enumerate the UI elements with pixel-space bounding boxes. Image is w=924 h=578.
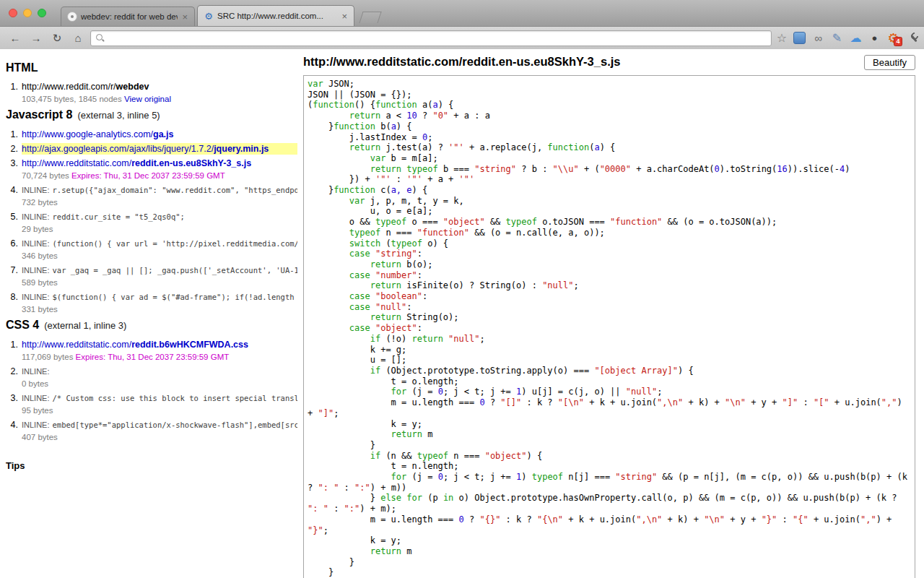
html-meta-line: 103,475 bytes, 1845 nodes View original — [22, 93, 297, 105]
item-number: 3. — [6, 158, 18, 181]
resource-meta: 732 bytes — [22, 198, 58, 207]
css-resource-link[interactable]: http://www.redditstatic.com/reddit.b6wHK… — [22, 339, 297, 350]
resource-meta: 589 bytes — [22, 278, 58, 287]
minimize-window-button[interactable] — [23, 9, 32, 17]
css-section-heading: CSS 4(external 1, inline 3) — [6, 318, 297, 333]
item-number: 6. — [6, 238, 18, 262]
item-number: 7. — [6, 264, 18, 288]
extension-badge: 4 — [894, 37, 902, 46]
tab-webdev[interactable]: webdev: reddit for web devel... × — [61, 7, 195, 26]
wrench-menu-icon[interactable] — [905, 32, 918, 45]
tips-heading[interactable]: Tips — [6, 460, 297, 471]
css-inline-item: 2. INLINE: 0 bytes — [6, 366, 297, 389]
item-number: 4. — [6, 419, 18, 443]
item-number: 1. — [6, 81, 18, 105]
tab-title: SRC http://www.reddit.com... — [217, 12, 337, 20]
js-inline-item: 8. INLINE:$(function() { var ad = $("#ad… — [6, 291, 297, 315]
search-icon — [95, 33, 105, 43]
expires-text: Expires: Thu, 31 Dec 2037 23:59:59 GMT — [71, 171, 225, 180]
zoom-window-button[interactable] — [38, 9, 46, 17]
source-code-panel[interactable]: var JSON; JSON || (JSON = {}); (function… — [303, 75, 915, 578]
js-resource-item: 1. http://www.google-analytics.com/ga.js — [6, 129, 297, 140]
close-window-button[interactable] — [9, 9, 17, 17]
home-button[interactable]: ⌂ — [69, 30, 87, 46]
css-inline-item: 3. INLINE:/* Custom css: use this block … — [6, 392, 297, 416]
address-input[interactable] — [108, 32, 768, 45]
js-resource-link[interactable]: http://ajax.googleapis.com/ajax/libs/jqu… — [22, 143, 297, 155]
new-tab-button[interactable] — [359, 12, 381, 23]
resource-sidebar: HTML 1. http://www.reddit.com/r/webdev 1… — [0, 49, 297, 578]
browser-toolbar: ← → ↻ ⌂ ☆ ∞ ✎ ☁ ● ⚙ 4 — [0, 27, 924, 49]
source-viewer-favicon: ⚙ — [204, 11, 214, 21]
html-section-heading: HTML — [6, 61, 297, 75]
js-resource-link[interactable]: http://www.google-analytics.com/ga.js — [22, 129, 297, 140]
html-document-url[interactable]: http://www.reddit.com/r/webdev — [22, 81, 297, 92]
css-resource-item: 1. http://www.redditstatic.com/reddit.b6… — [6, 339, 297, 363]
reddit-favicon — [67, 12, 77, 22]
inline-script-link[interactable]: INLINE:$(function() { var ad = $("#ad-fr… — [22, 291, 297, 303]
item-number: 5. — [6, 211, 18, 235]
source-url-title: http://www.redditstatic.com/reddit.en-us… — [303, 55, 620, 69]
inline-script-link[interactable]: INLINE:reddit.cur_site = "t5_2qs0q"; — [22, 211, 297, 223]
item-number: 8. — [6, 291, 18, 315]
page-content: HTML 1. http://www.reddit.com/r/webdev 1… — [0, 49, 924, 578]
beautify-button[interactable]: Beautify — [864, 55, 915, 70]
js-inline-item: 5. INLINE:reddit.cur_site = "t5_2qs0q"; … — [6, 211, 297, 235]
inline-style-link[interactable]: INLINE:/* Custom css: use this block to … — [22, 392, 297, 404]
resource-meta: 346 bytes — [22, 251, 58, 260]
item-number: 1. — [6, 129, 18, 140]
item-number: 3. — [6, 392, 18, 416]
resource-meta-line: 117,069 bytes Expires: Thu, 31 Dec 2037 … — [22, 351, 297, 363]
resource-meta: 95 bytes — [22, 406, 53, 415]
item-number: 4. — [6, 184, 18, 208]
expires-text: Expires: Thu, 31 Dec 2037 23:59:59 GMT — [76, 353, 230, 361]
reload-button[interactable]: ↻ — [48, 30, 66, 46]
resource-meta: 29 bytes — [22, 225, 53, 233]
js-inline-item: 6. INLINE:(function() { var url = 'http:… — [6, 238, 297, 262]
back-button[interactable]: ← — [6, 30, 24, 46]
resource-meta: 331 bytes — [22, 305, 58, 314]
item-number: 2. — [6, 366, 18, 389]
source-code: var JSON; JSON || (JSON = {}); (function… — [308, 79, 911, 578]
tab-source-viewer[interactable]: ⚙ SRC http://www.reddit.com... × — [197, 5, 354, 26]
resource-meta: 117,069 bytes — [22, 353, 73, 361]
resource-meta: 103,475 bytes, 1845 nodes — [22, 95, 122, 103]
address-bar[interactable] — [90, 30, 772, 46]
resource-meta: 0 bytes — [22, 379, 48, 388]
js-resource-item: 3. http://www.redditstatic.com/reddit.en… — [6, 158, 297, 181]
source-header: http://www.redditstatic.com/reddit.en-us… — [303, 55, 915, 70]
js-resource-link[interactable]: http://www.redditstatic.com/reddit.en-us… — [22, 158, 297, 169]
item-number: 1. — [6, 339, 18, 363]
blue-page-extension-icon[interactable] — [793, 32, 806, 44]
tab-strip: webdev: reddit for web devel... × ⚙ SRC … — [0, 0, 924, 27]
css-inline-item: 4. INLINE:embed[type*="application/x-sho… — [6, 419, 297, 443]
cloud-extension-icon[interactable]: ☁ — [848, 30, 863, 46]
js-inline-item: 4. INLINE:r.setup({"ajax_domain": "www.r… — [6, 184, 297, 208]
inline-script-link[interactable]: INLINE:(function() { var url = 'http://p… — [22, 238, 297, 249]
item-number: 2. — [6, 143, 18, 155]
source-viewer-extension-icon[interactable]: ⚙ 4 — [886, 30, 901, 46]
goggles-extension-icon[interactable]: ∞ — [811, 30, 826, 46]
sphere-extension-icon[interactable]: ● — [867, 30, 882, 46]
close-tab-icon[interactable]: × — [181, 12, 188, 22]
inline-script-link[interactable]: INLINE:r.setup({"ajax_domain": "www.redd… — [22, 184, 297, 196]
bookmark-star-icon[interactable]: ☆ — [775, 31, 788, 45]
tab-title: webdev: reddit for web devel... — [81, 12, 178, 21]
view-original-link[interactable]: View original — [124, 95, 171, 103]
js-resource-item: 2. http://ajax.googleapis.com/ajax/libs/… — [6, 143, 297, 155]
pen-extension-icon[interactable]: ✎ — [829, 30, 845, 46]
resource-meta: 407 bytes — [22, 433, 58, 441]
close-tab-icon[interactable]: × — [341, 12, 348, 21]
js-inline-item: 7. INLINE:var _gaq = _gaq || []; _gaq.pu… — [6, 264, 297, 288]
inline-style-link[interactable]: INLINE: — [22, 366, 297, 377]
inline-style-link[interactable]: INLINE:embed[type*="application/x-shockw… — [22, 419, 297, 431]
forward-button[interactable]: → — [27, 30, 45, 46]
source-viewer-main: http://www.redditstatic.com/reddit.en-us… — [297, 49, 924, 578]
resource-meta-line: 70,724 bytes Expires: Thu, 31 Dec 2037 2… — [22, 170, 297, 181]
resource-meta: 70,724 bytes — [22, 171, 69, 180]
browser-chrome: webdev: reddit for web devel... × ⚙ SRC … — [0, 0, 924, 49]
inline-script-link[interactable]: INLINE:var _gaq = _gaq || []; _gaq.push(… — [22, 264, 297, 276]
javascript-section-heading: Javascript 8(external 3, inline 5) — [6, 108, 297, 123]
html-resource-item: 1. http://www.reddit.com/r/webdev 103,47… — [6, 81, 297, 105]
window-controls — [9, 9, 46, 17]
